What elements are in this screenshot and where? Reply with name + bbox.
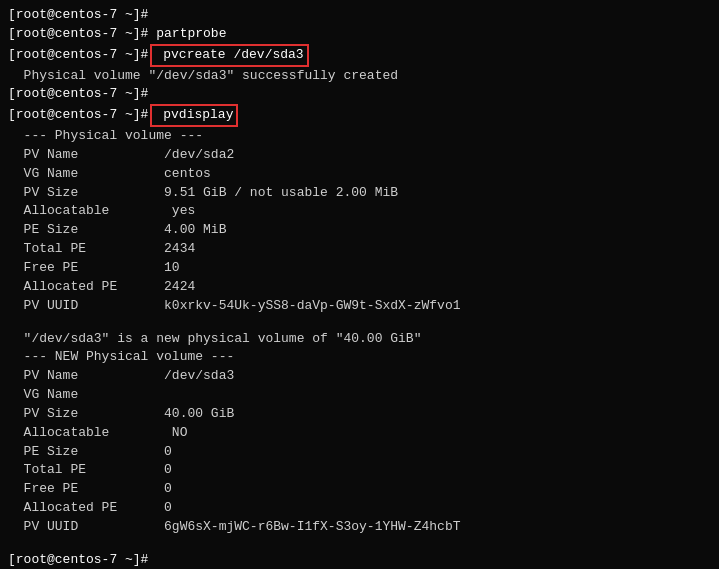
terminal-line: [root@centos-7 ~]# partprobe xyxy=(8,25,711,44)
pv-value: k0xrkv-54Uk-ySS8-daVp-GW9t-SxdX-zWfvo1 xyxy=(78,297,460,316)
blank-line xyxy=(8,537,711,551)
pv-label: Allocatable xyxy=(8,202,109,221)
pv-value: 6gW6sX-mjWC-r6Bw-I1fX-S3oy-1YHW-Z4hcbT xyxy=(78,518,460,537)
pv-label: Free PE xyxy=(8,480,78,499)
prompt: [root@centos-7 ~]# xyxy=(8,551,148,569)
terminal-line: [root@centos-7 ~]# xyxy=(8,85,711,104)
terminal-line: [root@centos-7 ~]# xyxy=(8,551,711,569)
pv-value: centos xyxy=(78,165,211,184)
command-text: pvdisplay xyxy=(155,107,233,122)
pv-label: Allocated PE xyxy=(8,278,117,297)
terminal-line: [root@centos-7 ~]# pvdisplay xyxy=(8,104,711,127)
pv-label: Total PE xyxy=(8,461,86,480)
pv-label: Allocated PE xyxy=(8,499,117,518)
pv-label: Total PE xyxy=(8,240,86,259)
terminal-line: [root@centos-7 ~]# xyxy=(8,6,711,25)
pv-value: 9.51 GiB / not usable 2.00 MiB xyxy=(78,184,398,203)
command-text: pvcreate /dev/sda3 xyxy=(155,47,303,62)
pv-label: PE Size xyxy=(8,221,78,240)
pv-label: Free PE xyxy=(8,259,78,278)
pv-label: PE Size xyxy=(8,443,78,462)
command-box: pvcreate /dev/sda3 xyxy=(150,44,308,67)
pv-row: VG Name centos xyxy=(8,165,711,184)
pv-value: NO xyxy=(109,424,187,443)
command-text: partprobe xyxy=(148,25,226,44)
prompt: [root@centos-7 ~]# xyxy=(8,25,148,44)
prompt: [root@centos-7 ~]# xyxy=(8,106,148,125)
prompt: [root@centos-7 ~]# xyxy=(8,6,148,25)
pv-row: PE Size 0 xyxy=(8,443,711,462)
output-line: --- Physical volume --- xyxy=(8,127,711,146)
pv-value: 2424 xyxy=(117,278,195,297)
pv-row: PV Size 40.00 GiB xyxy=(8,405,711,424)
prompt: [root@centos-7 ~]# xyxy=(8,46,148,65)
pv-row: Allocatable NO xyxy=(8,424,711,443)
pv-row: Free PE 10 xyxy=(8,259,711,278)
pv-label: VG Name xyxy=(8,386,78,405)
pv-value: /dev/sda2 xyxy=(78,146,234,165)
pv-value: 0 xyxy=(78,443,172,462)
pv-row: PV UUID 6gW6sX-mjWC-r6Bw-I1fX-S3oy-1YHW-… xyxy=(8,518,711,537)
command-box: pvdisplay xyxy=(150,104,238,127)
pv-row: PV Size 9.51 GiB / not usable 2.00 MiB xyxy=(8,184,711,203)
pv-label: PV Size xyxy=(8,405,78,424)
pv-row: Free PE 0 xyxy=(8,480,711,499)
pv-label: PV Name xyxy=(8,146,78,165)
pv-value: 4.00 MiB xyxy=(78,221,226,240)
pv-row: Total PE 0 xyxy=(8,461,711,480)
output-line: "/dev/sda3" is a new physical volume of … xyxy=(8,330,711,349)
pv-row: Allocatable yes xyxy=(8,202,711,221)
pv-value: 0 xyxy=(86,461,172,480)
pv-value: 2434 xyxy=(86,240,195,259)
pv-label: PV Size xyxy=(8,184,78,203)
terminal-line: [root@centos-7 ~]# pvcreate /dev/sda3 xyxy=(8,44,711,67)
pv-label: PV UUID xyxy=(8,518,78,537)
pv-value xyxy=(78,386,164,405)
pv-row: Total PE 2434 xyxy=(8,240,711,259)
pv-row: PV Name /dev/sda2 xyxy=(8,146,711,165)
blank-line xyxy=(8,316,711,330)
prompt: [root@centos-7 ~]# xyxy=(8,85,148,104)
pv-value: yes xyxy=(109,202,195,221)
pv-label: PV UUID xyxy=(8,297,78,316)
output-line: Physical volume "/dev/sda3" successfully… xyxy=(8,67,711,86)
output-line: --- NEW Physical volume --- xyxy=(8,348,711,367)
terminal: [root@centos-7 ~]#[root@centos-7 ~]# par… xyxy=(8,6,711,569)
pv-row: PV UUID k0xrkv-54Uk-ySS8-daVp-GW9t-SxdX-… xyxy=(8,297,711,316)
pv-value: 0 xyxy=(117,499,172,518)
pv-row: PV Name /dev/sda3 xyxy=(8,367,711,386)
pv-value: 40.00 GiB xyxy=(78,405,234,424)
pv-label: PV Name xyxy=(8,367,78,386)
pv-value: 10 xyxy=(78,259,179,278)
pv-row: VG Name xyxy=(8,386,711,405)
pv-row: PE Size 4.00 MiB xyxy=(8,221,711,240)
pv-value: 0 xyxy=(78,480,172,499)
pv-label: VG Name xyxy=(8,165,78,184)
pv-row: Allocated PE 0 xyxy=(8,499,711,518)
pv-value: /dev/sda3 xyxy=(78,367,234,386)
pv-label: Allocatable xyxy=(8,424,109,443)
pv-row: Allocated PE 2424 xyxy=(8,278,711,297)
